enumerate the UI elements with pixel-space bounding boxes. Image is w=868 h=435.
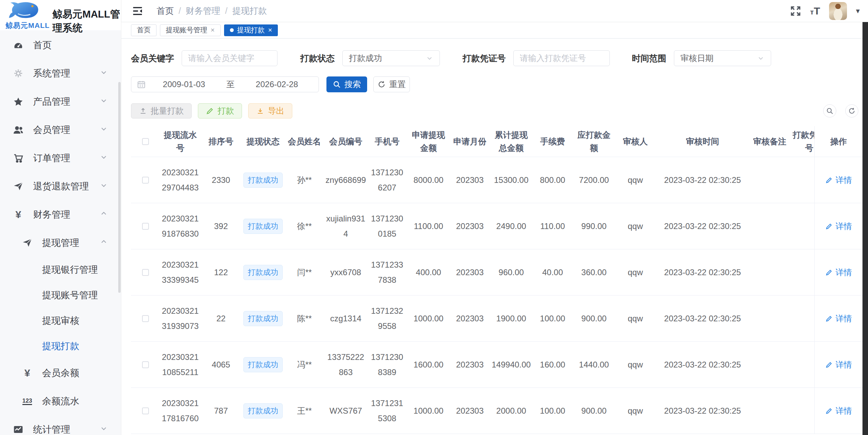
- cell-serial: 2023032191876830: [160, 211, 201, 241]
- fullscreen-icon[interactable]: [790, 6, 801, 17]
- cell-member-no: zny668699: [324, 173, 367, 187]
- search-button[interactable]: 搜索: [326, 76, 367, 92]
- pay-button[interactable]: 打款: [198, 103, 242, 118]
- pencil-icon: [825, 315, 833, 322]
- detail-link[interactable]: 详情: [825, 267, 852, 278]
- upload-icon: [139, 107, 147, 115]
- cell-fee: 100.00: [533, 311, 572, 326]
- cell-fee: 110.00: [533, 219, 572, 234]
- date-end[interactable]: 2026-02-28: [241, 80, 313, 89]
- voucher-label: 打款凭证号: [463, 53, 506, 64]
- cell-name: 王**: [285, 403, 324, 418]
- sidebar-item-member-balance[interactable]: ¥ 会员余额: [0, 359, 121, 387]
- chevron-down-icon: [100, 153, 108, 164]
- page-scrollbar[interactable]: [862, 22, 868, 435]
- sidebar-scrollbar[interactable]: [118, 82, 121, 293]
- cell-phone: 13712337838: [367, 257, 407, 287]
- table-search-button[interactable]: [823, 104, 836, 117]
- avatar[interactable]: [829, 2, 847, 20]
- menu-fold-icon[interactable]: [132, 5, 143, 17]
- tab-withdraw-pay[interactable]: 提现打款 ×: [224, 24, 278, 36]
- sidebar-item-product[interactable]: 产品管理: [0, 87, 121, 116]
- time-range-select[interactable]: 审核日期: [674, 50, 771, 66]
- sidebar-item-system[interactable]: 系统管理: [0, 59, 121, 87]
- cell-fee: 160.00: [533, 357, 572, 372]
- calendar-icon: [137, 80, 146, 89]
- detail-link[interactable]: 详情: [825, 405, 852, 416]
- chevron-up-icon: [100, 238, 108, 248]
- col-apply-month: 申请月份: [450, 135, 489, 148]
- detail-link[interactable]: 详情: [825, 359, 852, 370]
- table-refresh-button[interactable]: [845, 104, 858, 117]
- sidebar-item-refund[interactable]: 退货退款管理: [0, 172, 121, 200]
- cell-total-amount: 2000.00: [489, 403, 533, 418]
- refresh-icon: [377, 80, 386, 89]
- breadcrumb-home[interactable]: 首页: [157, 5, 174, 17]
- sidebar-item-statistics[interactable]: 统计管理: [0, 415, 121, 435]
- search-icon: [333, 80, 341, 89]
- cell-sort: 122: [201, 265, 241, 280]
- cell-serial: 2023032117816760: [160, 396, 201, 425]
- pencil-icon: [206, 107, 214, 115]
- gear-icon: [12, 68, 24, 79]
- select-all-checkbox[interactable]: [142, 138, 149, 145]
- tab-home[interactable]: 首页: [131, 24, 157, 36]
- row-checkbox[interactable]: [142, 177, 149, 184]
- chevron-down-icon: [757, 54, 765, 62]
- row-checkbox[interactable]: [142, 407, 149, 414]
- chevron-down-icon: [100, 181, 108, 192]
- breadcrumb-finance[interactable]: 财务管理: [186, 5, 220, 17]
- cell-total-amount: 149940.00: [489, 357, 533, 372]
- font-size-icon[interactable]: тT: [810, 5, 820, 17]
- col-member-no: 会员编号: [324, 135, 367, 148]
- date-start[interactable]: 2009-01-03: [148, 80, 220, 89]
- row-checkbox[interactable]: [142, 269, 149, 276]
- cell-auditor: qqw: [616, 265, 655, 280]
- cell-total-amount: 15300.00: [489, 173, 533, 187]
- tab-withdraw-account[interactable]: 提现账号管理 ×: [160, 24, 221, 36]
- cell-apply-amount: 400.00: [407, 265, 450, 280]
- active-dot-icon: [230, 28, 234, 32]
- sidebar-item-finance[interactable]: ¥ 财务管理: [0, 200, 121, 229]
- yuan-icon: ¥: [21, 368, 33, 378]
- sidebar-item-withdraw-audit[interactable]: 提现审核: [0, 308, 121, 333]
- cart-icon: [12, 153, 24, 163]
- close-icon[interactable]: ×: [268, 26, 272, 34]
- reset-button[interactable]: 重置: [373, 76, 410, 92]
- cell-name: 徐**: [285, 219, 324, 234]
- sidebar-item-withdraw-mgmt[interactable]: 提现管理: [0, 229, 121, 257]
- sidebar-item-withdraw-account[interactable]: 提现账号管理: [0, 282, 121, 308]
- detail-link[interactable]: 详情: [825, 221, 852, 232]
- user-menu-caret-icon[interactable]: ▾: [856, 7, 860, 15]
- export-button[interactable]: 导出: [248, 103, 292, 118]
- sidebar-item-member[interactable]: 会员管理: [0, 116, 121, 144]
- row-checkbox[interactable]: [142, 361, 149, 368]
- chevron-down-icon: [100, 424, 108, 435]
- sidebar-item-order[interactable]: 订单管理: [0, 144, 121, 172]
- sidebar-item-balance-flow[interactable]: 123 余额流水: [0, 387, 121, 415]
- row-checkbox[interactable]: [142, 223, 149, 230]
- status-select[interactable]: 打款成功: [342, 50, 440, 66]
- date-range-input[interactable]: 2009-01-03 至 2026-02-28: [131, 76, 319, 92]
- cell-serial: 2023032131939073: [160, 303, 201, 333]
- table-row: 2023032133399345 122 打款成功 闫** yxx6708 13…: [131, 249, 858, 296]
- detail-link[interactable]: 详情: [825, 175, 852, 186]
- batch-pay-button[interactable]: 批量打款: [131, 103, 192, 118]
- cell-pay-amount: 990.00: [572, 219, 616, 234]
- detail-link[interactable]: 详情: [825, 313, 852, 324]
- col-auditor: 审核人: [616, 135, 655, 148]
- row-checkbox[interactable]: [142, 315, 149, 322]
- sidebar-menu: 首页 系统管理 产品管理 会员管理: [0, 30, 121, 435]
- col-remark: 审核备注: [750, 135, 789, 148]
- logo-text: 鲸易元MALL: [3, 21, 52, 30]
- status-badge: 打款成功: [243, 311, 283, 326]
- table-row: 2023032110855211 4065 打款成功 冯** 133752228…: [131, 342, 858, 388]
- pencil-icon: [825, 361, 833, 369]
- sidebar-item-withdraw-bank[interactable]: 提现银行管理: [0, 257, 121, 282]
- sidebar-item-withdraw-pay[interactable]: 提现打款: [0, 333, 121, 359]
- keyword-input[interactable]: 请输入会员关键字: [182, 50, 277, 66]
- sidebar-item-home[interactable]: 首页: [0, 31, 121, 59]
- col-action: 操作: [815, 126, 862, 157]
- voucher-input[interactable]: 请输入打款凭证号: [513, 50, 610, 66]
- close-icon[interactable]: ×: [211, 26, 215, 34]
